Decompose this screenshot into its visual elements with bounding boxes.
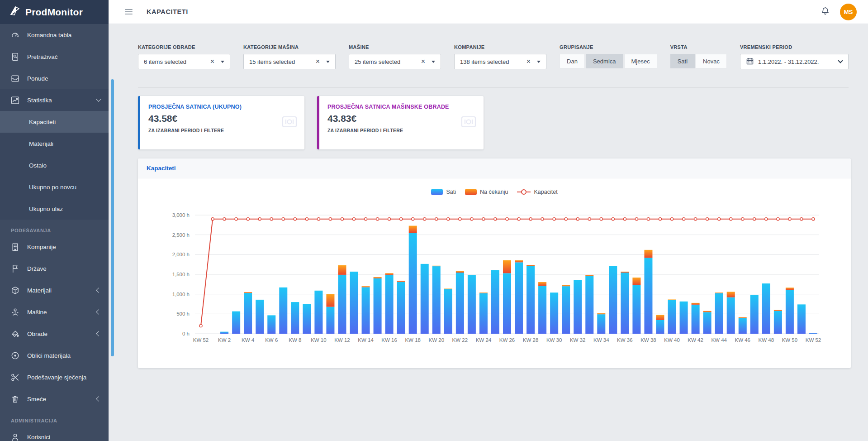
chart-panel-body: SatiNa čekanjuKapacitet 0 h500 h1,000 h1… (138, 188, 851, 346)
sidebar-item-materijali[interactable]: Materijali (0, 279, 109, 301)
dropdown-caret-icon[interactable] (326, 61, 330, 63)
svg-text:KW 40: KW 40 (664, 337, 680, 343)
svg-text:KW 50: KW 50 (782, 337, 798, 343)
filter-bar: KATEGORIJE OBRADE6 items selected×KATEGO… (138, 44, 849, 69)
svg-text:KW 44: KW 44 (711, 337, 727, 343)
sidebar-item-pretra-iva-[interactable]: Pretraživač (0, 46, 109, 67)
inbox-icon (11, 74, 19, 83)
filter-label: VREMENSKI PERIOD (740, 44, 849, 50)
sidebar-item-label: Komandna tabla (27, 32, 100, 38)
dropdown-caret-icon[interactable] (537, 61, 541, 63)
stat-card: PROSJEČNA SATNICA MAŠINSKE OBRADE43.83€Z… (317, 96, 484, 149)
statistics-icon (11, 96, 19, 105)
calendar-icon (746, 58, 754, 66)
sidebar-item-label: Oblici materijala (27, 352, 100, 359)
main-content: KATEGORIJE OBRADE6 items selected×KATEGO… (109, 24, 868, 441)
sidebar-item-ponude[interactable]: Ponude (0, 67, 109, 89)
legend-item-na-ekanju[interactable]: Na čekanju (465, 189, 508, 195)
dropdown-caret-icon[interactable] (221, 61, 224, 63)
filter-label: GRUPISANJE (560, 44, 657, 50)
sidebar-item-korisnici[interactable]: Korisnici (0, 426, 109, 441)
sidebar-item-oblici-materijala[interactable]: Oblici materijala (0, 345, 109, 366)
svg-text:KW 12: KW 12 (334, 337, 350, 343)
legend-label: Sati (446, 189, 456, 195)
date-range-value: 1.1.2022. - 31.12.2022. (758, 58, 834, 65)
clear-icon[interactable]: × (421, 58, 425, 65)
app-logo[interactable]: ProdMonitor (0, 0, 109, 24)
sidebar-item-obrade[interactable]: Obrade (0, 323, 109, 345)
segment-button-dan[interactable]: Dan (560, 54, 585, 68)
sidebar-item-komandna-tabla[interactable]: Komandna tabla (0, 24, 109, 46)
sidebar-item-label: Korisnici (27, 434, 100, 441)
stat-card: PROSJEČNA SATNICA (UKUPNO)43.58€ZA IZABR… (138, 96, 304, 149)
filter-select-kategorije-ma-ina[interactable]: 15 items selected× (243, 54, 336, 69)
clear-icon[interactable]: × (316, 58, 320, 65)
filter-group: MAŠINE25 items selected× (349, 44, 441, 69)
sidebar-item-pode-avanje-sje-enja[interactable]: Podešavanje sječenja (0, 366, 109, 388)
legend-item-sati[interactable]: Sati (431, 189, 456, 195)
machine-icon (11, 308, 19, 316)
svg-text:KW 34: KW 34 (593, 337, 609, 343)
flag-icon (11, 264, 19, 273)
filter-group: GRUPISANJEDanSedmicaMjesec (560, 44, 657, 69)
sidebar-subitem-materijali[interactable]: Materijali (0, 133, 109, 154)
legend-swatch (465, 189, 477, 195)
sidebar-item-kompanije[interactable]: Kompanije (0, 236, 109, 258)
sidebar-item-statistika[interactable]: Statistika (0, 89, 109, 111)
chevron-left-icon (96, 309, 101, 314)
filter-group: VREMENSKI PERIOD1.1.2022. - 31.12.2022. (740, 44, 849, 69)
sidebar-subitem-ukupno-po-novcu[interactable]: Ukupno po novcu (0, 176, 109, 198)
sidebar-subitem-ukupno-ulaz[interactable]: Ukupno ulaz (0, 198, 109, 220)
svg-text:KW 42: KW 42 (688, 337, 703, 343)
segment-button-sati[interactable]: Sati (670, 54, 695, 68)
svg-text:KW 18: KW 18 (405, 337, 421, 343)
sidebar-item-dr-ave[interactable]: Države (0, 258, 109, 279)
disc-icon (11, 351, 19, 360)
filter-select-kategorije-obrade[interactable]: 6 items selected× (138, 54, 230, 69)
sidebar-subitem-ostalo[interactable]: Ostalo (0, 154, 109, 176)
svg-text:KW 28: KW 28 (523, 337, 539, 343)
segment-button-sedmica[interactable]: Sedmica (586, 54, 623, 68)
filter-select-ma-ine[interactable]: 25 items selected× (349, 54, 441, 69)
filter-group: KATEGORIJE MAŠINA15 items selected× (243, 44, 336, 69)
dropdown-caret-icon[interactable] (432, 61, 435, 63)
page-title: KAPACITETI (147, 8, 188, 15)
chart-panel: Kapaciteti SatiNa čekanjuKapacitet 0 h50… (138, 158, 851, 368)
avatar[interactable]: MS (840, 4, 857, 20)
segment-button-mjesec[interactable]: Mjesec (624, 54, 657, 68)
svg-text:500 h: 500 h (176, 311, 190, 316)
svg-text:KW 8: KW 8 (289, 337, 301, 343)
sidebar-item-ma-ine[interactable]: Mašine (0, 301, 109, 323)
sidebar-section-label: PODEŠAVANJA (0, 220, 109, 236)
sidebar-item-sme-e[interactable]: Smeće (0, 388, 109, 410)
filter-select-value: 6 items selected (144, 58, 210, 65)
date-range-picker[interactable]: 1.1.2022. - 31.12.2022. (740, 54, 849, 69)
clear-icon[interactable]: × (526, 58, 531, 65)
sidebar-subitem-kapaciteti[interactable]: Kapaciteti (0, 111, 109, 133)
svg-text:2,500 h: 2,500 h (172, 232, 190, 238)
stat-card-value: 43.83€ (327, 113, 475, 124)
svg-text:KW 46: KW 46 (735, 337, 750, 343)
divider (138, 87, 849, 88)
chevron-left-icon (96, 331, 101, 336)
topbar: KAPACITETI MS (109, 0, 868, 24)
bell-icon[interactable] (821, 6, 830, 18)
svg-text:1,000 h: 1,000 h (172, 292, 190, 297)
legend-item-kapacitet[interactable]: Kapacitet (517, 189, 557, 195)
filter-select-value: 138 items selected (460, 58, 526, 65)
user-icon (11, 433, 19, 441)
sidebar-scrollbar[interactable] (111, 79, 114, 356)
sidebar-item-label: Materijali (27, 287, 97, 294)
sidebar-subitem-label: Kapaciteti (29, 119, 100, 125)
capacity-chart[interactable]: 0 h500 h1,000 h1,500 h2,000 h2,500 h3,00… (146, 200, 843, 346)
filter-select-kompanije[interactable]: 138 items selected× (454, 54, 546, 69)
filter-select-value: 15 items selected (249, 58, 316, 65)
legend-line-marker (517, 189, 531, 195)
segment-button-novac[interactable]: Novac (696, 54, 727, 68)
segmented-control: SatiNovac (670, 54, 727, 68)
scissors-icon (11, 373, 19, 382)
svg-text:3,000 h: 3,000 h (172, 212, 190, 218)
document-search-icon (11, 53, 19, 61)
menu-toggle-icon[interactable] (125, 9, 133, 14)
clear-icon[interactable]: × (210, 58, 214, 65)
